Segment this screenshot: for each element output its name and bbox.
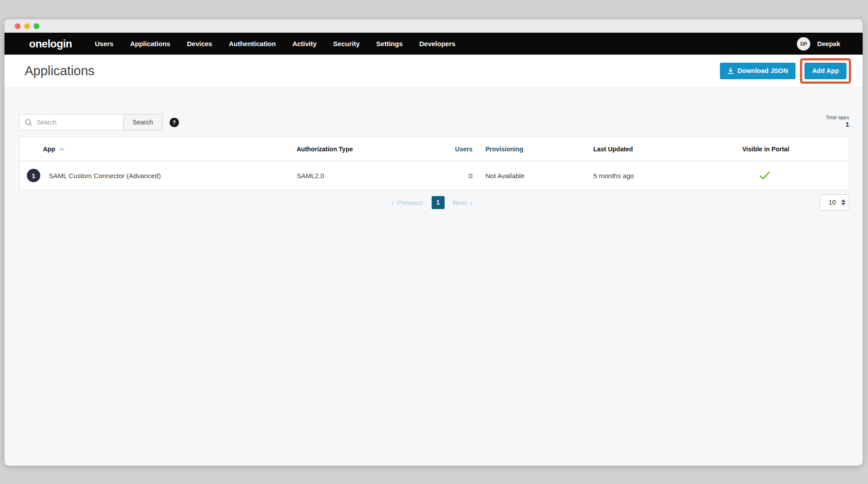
column-header-provisioning[interactable]: Provisioning: [472, 146, 593, 153]
chevron-left-icon: ‹: [391, 199, 394, 206]
nav-item-settings[interactable]: Settings: [376, 40, 403, 47]
provisioning-cell: Not Available: [472, 172, 593, 180]
search-box: [19, 114, 123, 130]
app-window: onelogin Users Applications Devices Auth…: [4, 19, 863, 466]
visible-in-portal-cell: [742, 171, 849, 180]
help-icon[interactable]: ?: [170, 118, 179, 127]
column-header-authorization-type: Authorization Type: [297, 146, 403, 153]
total-apps-value: 1: [826, 120, 849, 129]
table-row[interactable]: 1 SAML Custom Connector (Advanced) SAML2…: [20, 161, 849, 190]
last-updated-cell: 5 months ago: [593, 172, 742, 180]
user-menu[interactable]: DP Deepak: [797, 37, 840, 51]
spinner-arrows-icon: [841, 199, 846, 206]
nav-item-applications[interactable]: Applications: [130, 40, 170, 47]
nav-item-developers[interactable]: Developers: [419, 40, 455, 47]
download-json-button[interactable]: Download JSON: [720, 63, 796, 79]
users-cell: 0: [403, 172, 472, 180]
page-title: Applications: [25, 64, 94, 78]
nav-item-security[interactable]: Security: [333, 40, 360, 47]
column-header-visible-in-portal: Visible in Portal: [742, 146, 849, 153]
applications-table: App Authorization Type Users Provisionin…: [19, 137, 849, 190]
nav-item-users[interactable]: Users: [95, 40, 114, 47]
total-apps-label: Total apps: [826, 114, 849, 120]
previous-label: Previous: [397, 199, 423, 206]
app-cell: 1 SAML Custom Connector (Advanced): [20, 169, 297, 182]
download-json-label: Download JSON: [737, 67, 788, 74]
sort-ascending-icon: [59, 147, 64, 151]
highlight-annotation: Add App: [800, 58, 851, 84]
nav-item-devices[interactable]: Devices: [187, 40, 213, 47]
page-header: Applications Download JSON Add App: [4, 55, 863, 87]
column-header-app[interactable]: App: [20, 146, 297, 153]
add-app-button[interactable]: Add App: [804, 63, 847, 79]
header-actions: Download JSON Add App: [720, 58, 851, 84]
username-label[interactable]: Deepak: [817, 40, 840, 47]
nav-menu: Users Applications Devices Authenticatio…: [95, 40, 455, 47]
download-icon: [728, 68, 734, 74]
column-header-users[interactable]: Users: [403, 146, 472, 153]
page-size-select[interactable]: 10: [820, 194, 849, 210]
toolbar: Search ? Total apps 1: [19, 114, 849, 130]
search-input[interactable]: [20, 115, 123, 130]
next-page-button[interactable]: Next ›: [453, 199, 472, 206]
app-name-link[interactable]: SAML Custom Connector (Advanced): [49, 172, 161, 180]
onelogin-logo: onelogin: [29, 38, 72, 50]
main-content: Search ? Total apps 1 App Authorization …: [4, 114, 863, 211]
add-app-label: Add App: [812, 67, 839, 74]
window-titlebar: [4, 19, 863, 33]
minimize-window-icon[interactable]: [24, 23, 30, 29]
pager: ‹ Previous 1 Next ›: [391, 194, 472, 210]
column-header-last-updated: Last Updated: [593, 146, 742, 153]
current-page-button[interactable]: 1: [431, 196, 444, 209]
page-size-value: 10: [829, 199, 836, 206]
search-group: Search: [19, 114, 162, 130]
table-header-row: App Authorization Type Users Provisionin…: [20, 137, 849, 161]
auth-type-cell: SAML2.0: [297, 172, 403, 180]
pagination-row: ‹ Previous 1 Next › 10: [19, 194, 849, 211]
nav-item-authentication[interactable]: Authentication: [229, 40, 276, 47]
chevron-right-icon: ›: [470, 199, 472, 206]
nav-item-activity[interactable]: Activity: [292, 40, 316, 47]
search-button[interactable]: Search: [123, 114, 162, 130]
check-icon: [759, 171, 770, 180]
next-label: Next: [453, 199, 467, 206]
avatar[interactable]: DP: [797, 37, 810, 51]
row-number-badge: 1: [27, 169, 40, 182]
zoom-window-icon[interactable]: [34, 23, 39, 29]
search-icon: [25, 119, 33, 128]
total-apps: Total apps 1: [826, 114, 849, 129]
top-nav: onelogin Users Applications Devices Auth…: [4, 33, 863, 55]
previous-page-button[interactable]: ‹ Previous: [391, 199, 423, 206]
close-window-icon[interactable]: [15, 23, 21, 29]
